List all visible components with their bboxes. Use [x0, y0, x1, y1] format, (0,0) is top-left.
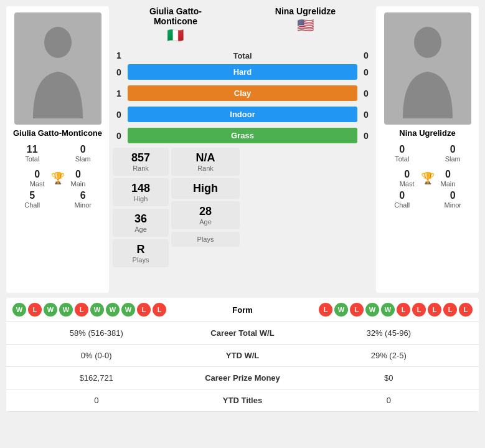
- age-right-box: 28 Age: [171, 201, 240, 229]
- left-mast-label: Mast: [30, 180, 45, 188]
- trophy-icon-left: 🏆: [51, 171, 65, 185]
- form-badge-left: W: [106, 303, 120, 317]
- total-label: Total: [128, 51, 357, 60]
- career-wl-left: 58% (516-381): [12, 328, 181, 338]
- right-chall-stat: 0 Chall: [379, 190, 425, 209]
- right-main-value: 0: [445, 169, 451, 180]
- top-players-section: Giulia Gatto-Monticone 11 Total 0 Slam 0…: [6, 6, 479, 293]
- right-mast-label: Mast: [400, 180, 415, 188]
- clay-left: 1: [113, 88, 125, 98]
- plays-right-box: Plays: [171, 232, 240, 247]
- high-left-box: 148 High: [113, 178, 169, 206]
- surfaces-section: 0 Hard 0 1 Clay 0 0 Indoor: [113, 62, 372, 145]
- ytd-titles-label: YTD Titles: [181, 396, 305, 405]
- right-numeric-stats: N/A Rank High 28 Age Plays: [171, 148, 240, 267]
- svg-point-1: [414, 27, 441, 58]
- age-right-value: 28: [177, 205, 233, 218]
- left-total-stat: 11 Total: [9, 144, 55, 163]
- left-slam-value: 0: [80, 144, 86, 155]
- form-badge-right: L: [350, 303, 364, 317]
- grass-btn: Grass: [128, 128, 357, 143]
- right-mast-value: 0: [404, 169, 410, 180]
- names-flags-row: Giulia Gatto- Monticone 🇮🇹 Nina Ugrelidz…: [113, 6, 372, 44]
- left-player-card: Giulia Gatto-Monticone 11 Total 0 Slam 0…: [6, 6, 109, 293]
- form-badge-right: L: [412, 303, 426, 317]
- prize-money-label: Career Prize Money: [181, 373, 305, 383]
- left-chall-stat: 5 Chall: [9, 190, 55, 209]
- hard-btn: Hard: [128, 64, 357, 80]
- right-player-card: Nina Ugrelidze 0 Total 0 Slam 0 Mast 🏆: [376, 6, 479, 293]
- right-minor-value: 0: [450, 190, 456, 201]
- right-name-block: Nina Ugrelidze 🇺🇸: [275, 6, 336, 44]
- right-total-label: Total: [395, 155, 409, 163]
- left-total-label: Total: [25, 155, 39, 163]
- age-left-box: 36 Age: [113, 209, 169, 237]
- right-slam-value: 0: [450, 144, 456, 155]
- right-player-stats: 0 Total 0 Slam: [379, 144, 476, 163]
- ytd-wl-label: YTD W/L: [181, 351, 305, 360]
- form-badge-right: L: [443, 303, 457, 317]
- age-left-label: Age: [119, 226, 162, 233]
- hard-row: 0 Hard 0: [113, 64, 372, 80]
- form-badge-left: L: [137, 303, 151, 317]
- left-bottom-stats: 5 Chall 6 Minor: [9, 190, 106, 209]
- left-trophy-row: 0 Mast 🏆 0 Main: [30, 169, 86, 188]
- career-wl-row: 58% (516-381) Career Total W/L 32% (45-9…: [6, 322, 479, 345]
- rank-left-label: Rank: [119, 164, 162, 172]
- prize-money-row: $162,721 Career Prize Money $0: [6, 367, 479, 389]
- grass-right: 0: [360, 131, 372, 141]
- left-minor-label: Minor: [74, 201, 92, 209]
- form-badge-left: W: [90, 303, 104, 317]
- main-container: Giulia Gatto-Monticone 11 Total 0 Slam 0…: [0, 0, 485, 418]
- plays-left-label: Plays: [119, 256, 162, 264]
- form-badge-left: W: [59, 303, 73, 317]
- clay-row: 1 Clay 0: [113, 85, 372, 101]
- age-left-value: 36: [119, 212, 162, 226]
- form-badge-left: L: [153, 303, 166, 317]
- indoor-row: 0 Indoor 0: [113, 107, 372, 122]
- form-badge-left: L: [75, 303, 88, 317]
- left-chall-value: 5: [29, 190, 35, 201]
- bottom-table: WLWWLWWWLL Form LWLWWLLLLL 58% (516-381)…: [6, 298, 479, 412]
- left-slam-label: Slam: [75, 155, 91, 163]
- form-label: Form: [205, 305, 280, 315]
- form-badge-left: W: [44, 303, 57, 317]
- right-minor-label: Minor: [444, 201, 461, 209]
- prize-money-left: $162,721: [12, 373, 181, 383]
- form-badge-right: W: [365, 303, 379, 317]
- right-mast-stat: 0 Mast: [400, 169, 415, 188]
- left-flag: 🇮🇹: [149, 27, 202, 44]
- high-left-label: High: [119, 195, 162, 203]
- left-main-stat: 0 Main: [71, 169, 86, 188]
- grass-row: 0 Grass 0: [113, 128, 372, 143]
- clay-right: 0: [360, 88, 372, 98]
- ytd-wl-row: 0% (0-0) YTD W/L 29% (2-5): [6, 345, 479, 367]
- form-badge-right: L: [319, 303, 332, 317]
- plays-left-value: R: [119, 243, 162, 256]
- form-badge-left: L: [28, 303, 42, 317]
- form-badge-right: W: [334, 303, 348, 317]
- career-wl-right: 32% (45-96): [305, 328, 473, 338]
- form-badge-left: W: [12, 303, 26, 317]
- right-trophy-row: 0 Mast 🏆 0 Main: [400, 169, 456, 188]
- form-badges-right: LWLWWLLLLL: [280, 303, 473, 317]
- right-total-stat: 0 Total: [379, 144, 425, 163]
- rank-right-box: N/A Rank: [171, 148, 240, 176]
- right-chall-value: 0: [399, 190, 405, 201]
- right-player-header-name: Nina Ugrelidze: [275, 6, 336, 16]
- center-stats-area: 857 Rank 148 High 36 Age R Plays: [113, 148, 372, 267]
- form-badge-right: L: [428, 303, 441, 317]
- total-right-score: 0: [360, 50, 372, 60]
- indoor-btn: Indoor: [128, 107, 357, 122]
- left-player-header-name: Giulia Gatto- Monticone: [149, 6, 202, 26]
- total-left-score: 1: [113, 50, 125, 60]
- trophy-icon-right: 🏆: [421, 171, 435, 185]
- high-right-value: High: [177, 182, 233, 195]
- right-main-label: Main: [441, 180, 456, 188]
- right-total-value: 0: [399, 144, 405, 155]
- ytd-wl-right: 29% (2-5): [305, 351, 473, 360]
- left-mast-stat: 0 Mast: [30, 169, 45, 188]
- ytd-wl-left: 0% (0-0): [12, 351, 181, 360]
- left-player-stats: 11 Total 0 Slam: [9, 144, 106, 163]
- rank-left-value: 857: [119, 151, 162, 164]
